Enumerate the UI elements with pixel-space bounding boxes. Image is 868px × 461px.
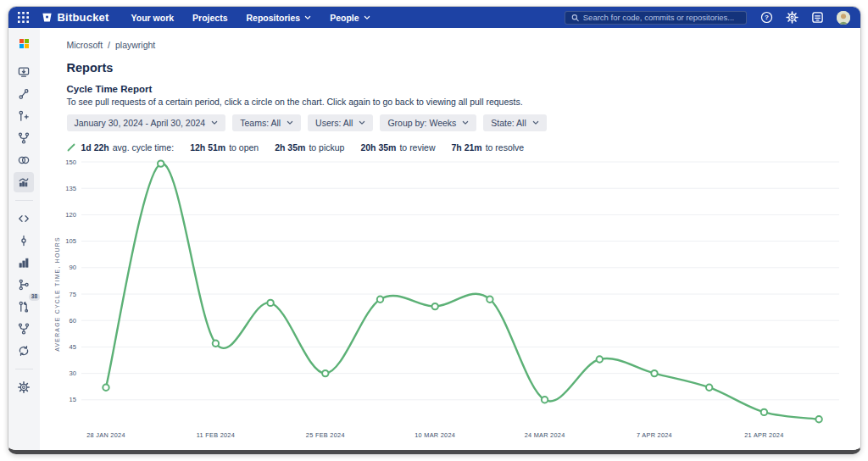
bitbucket-bucket-icon bbox=[41, 11, 53, 24]
data-point-17-mar-2024[interactable] bbox=[487, 297, 492, 303]
nav-link-projects[interactable]: Projects bbox=[192, 13, 227, 23]
sidebar-item-bar-chart[interactable] bbox=[14, 253, 34, 273]
app-switcher-icon[interactable] bbox=[18, 12, 29, 23]
microsoft-logo[interactable] bbox=[19, 39, 29, 48]
nav-link-people[interactable]: People bbox=[330, 13, 370, 23]
sidebar-item-commit-pole[interactable] bbox=[14, 230, 34, 251]
data-point-31-mar-2024[interactable] bbox=[596, 356, 602, 362]
data-point-3-mar-2024[interactable] bbox=[376, 297, 382, 303]
gear-icon[interactable] bbox=[786, 11, 798, 24]
summary-stat-3: 20h 35mto review bbox=[360, 142, 435, 153]
page-title: Reports bbox=[67, 61, 852, 75]
chevron-down-icon bbox=[532, 120, 539, 125]
top-navbar: Bitbucket Your workProjectsRepositoriesP… bbox=[8, 7, 860, 28]
data-point-21-apr-2024[interactable] bbox=[760, 409, 766, 415]
nav-links: Your workProjectsRepositoriesPeople bbox=[131, 13, 370, 23]
cycle-time-summary: 1d 22havg. cycle time:12h 51mto open2h 3… bbox=[67, 142, 852, 153]
y-tick-label: 60 bbox=[69, 317, 75, 325]
commit-graph-icon bbox=[17, 87, 31, 101]
trend-line-icon bbox=[67, 143, 75, 152]
breadcrumb-repo[interactable]: playwright bbox=[115, 40, 155, 50]
x-tick-label: 21 APR 2024 bbox=[744, 431, 783, 439]
data-point-28-apr-2024[interactable] bbox=[815, 416, 821, 422]
y-tick-label: 150 bbox=[65, 158, 76, 166]
sidebar-divider bbox=[15, 200, 33, 201]
sidebar-item-overlap-circles[interactable] bbox=[14, 150, 34, 170]
y-tick-label: 105 bbox=[65, 237, 76, 245]
sidebar-item-sync[interactable] bbox=[14, 341, 34, 361]
cycle-time-chart[interactable]: 153045607590105120135150AVERAGE CYCLE TI… bbox=[51, 154, 852, 447]
y-tick-label: 15 bbox=[69, 396, 75, 403]
filter-bar: January 30, 2024 - April 30, 2024Teams: … bbox=[67, 114, 852, 131]
user-avatar[interactable] bbox=[837, 11, 850, 25]
sidebar-item-pull-request-create[interactable] bbox=[14, 106, 34, 126]
filter-users[interactable]: Users: All bbox=[308, 114, 373, 131]
sidebar-item-settings-gear[interactable] bbox=[14, 377, 34, 397]
data-point-18-feb-2024[interactable] bbox=[267, 300, 273, 306]
sidebar-item-clone-monitor[interactable] bbox=[14, 62, 34, 82]
search-box[interactable] bbox=[565, 11, 747, 25]
y-tick-label: 90 bbox=[69, 264, 75, 271]
sidebar-item-pull-requests[interactable]: 38 bbox=[14, 297, 34, 317]
data-point-28-jan-2024[interactable] bbox=[103, 385, 108, 391]
chevron-down-icon bbox=[364, 15, 370, 20]
sidebar-item-branch-graph[interactable] bbox=[14, 275, 34, 295]
y-axis-title: AVERAGE CYCLE TIME, HOURS bbox=[54, 236, 60, 352]
search-icon bbox=[571, 14, 579, 22]
sidebar-badge: 38 bbox=[29, 293, 40, 301]
breadcrumb-project[interactable]: Microsoft bbox=[67, 40, 103, 50]
filter-date-range[interactable]: January 30, 2024 - April 30, 2024 bbox=[67, 114, 226, 131]
search-input[interactable] bbox=[583, 13, 740, 22]
reports-chart-icon bbox=[17, 175, 31, 189]
svg-text:?: ? bbox=[765, 14, 769, 21]
sidebar-item-fork2[interactable] bbox=[14, 319, 34, 339]
pull-request-create-icon bbox=[17, 109, 31, 123]
sidebar-item-fork[interactable] bbox=[14, 128, 34, 148]
summary-stat-1: 12h 51mto open bbox=[190, 142, 259, 153]
filter-state[interactable]: State: All bbox=[483, 114, 546, 131]
data-point-25-feb-2024[interactable] bbox=[322, 370, 328, 376]
data-point-10-mar-2024[interactable] bbox=[431, 303, 437, 309]
bitbucket-logo[interactable]: Bitbucket bbox=[41, 11, 109, 24]
brand-name: Bitbucket bbox=[58, 11, 109, 24]
summary-stat-0: 1d 22havg. cycle time: bbox=[81, 142, 175, 153]
navbar-right-icons: ? bbox=[760, 11, 850, 25]
avatar-illustration bbox=[837, 11, 850, 25]
data-point-4-feb-2024[interactable] bbox=[158, 160, 164, 166]
data-point-7-apr-2024[interactable] bbox=[651, 370, 657, 376]
chevron-down-icon bbox=[359, 120, 365, 125]
nav-link-your-work[interactable]: Your work bbox=[131, 13, 175, 23]
data-point-11-feb-2024[interactable] bbox=[212, 341, 218, 347]
chevron-down-icon bbox=[304, 15, 311, 20]
fork2-icon bbox=[17, 322, 31, 336]
x-tick-label: 11 FEB 2024 bbox=[196, 431, 234, 439]
main-content: Microsoft / playwright Reports Cycle Tim… bbox=[40, 28, 860, 451]
summary-stat-4: 7h 21mto resolve bbox=[451, 142, 524, 153]
sidebar-item-commit-graph[interactable] bbox=[14, 84, 34, 104]
help-icon[interactable]: ? bbox=[760, 11, 773, 24]
data-point-14-apr-2024[interactable] bbox=[706, 385, 712, 391]
nav-link-repositories[interactable]: Repositories bbox=[247, 13, 312, 23]
branch-graph-icon bbox=[17, 278, 31, 292]
y-tick-label: 135 bbox=[65, 185, 76, 192]
pull-requests-icon bbox=[17, 300, 31, 314]
breadcrumb: Microsoft / playwright bbox=[67, 40, 852, 50]
x-tick-label: 24 MAR 2024 bbox=[524, 431, 565, 439]
overlap-circles-icon bbox=[17, 153, 31, 167]
data-point-24-mar-2024[interactable] bbox=[541, 397, 547, 403]
chevron-down-icon bbox=[462, 120, 469, 125]
y-tick-label: 120 bbox=[65, 211, 76, 219]
sidebar-item-code[interactable] bbox=[14, 208, 34, 229]
filter-group-by[interactable]: Group by: Weeks bbox=[380, 114, 476, 131]
code-icon bbox=[17, 212, 31, 225]
chevron-down-icon bbox=[211, 120, 218, 125]
feedback-icon[interactable] bbox=[811, 11, 824, 24]
filter-teams[interactable]: Teams: All bbox=[232, 114, 301, 131]
x-tick-label: 28 JAN 2024 bbox=[86, 431, 125, 439]
y-tick-label: 45 bbox=[69, 343, 75, 351]
x-tick-label: 7 APR 2024 bbox=[637, 431, 672, 439]
report-title: Cycle Time Report bbox=[67, 84, 852, 94]
sidebar-divider bbox=[15, 369, 33, 369]
commit-pole-icon bbox=[17, 234, 31, 247]
sidebar-item-reports-chart[interactable] bbox=[14, 172, 34, 192]
